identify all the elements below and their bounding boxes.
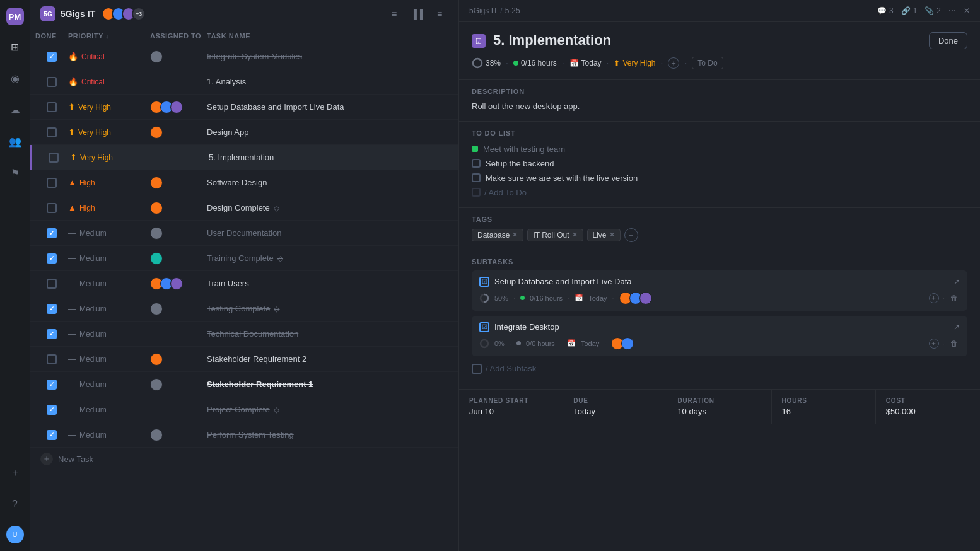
done-checkbox[interactable] xyxy=(47,77,57,87)
view-columns-icon[interactable]: ▐▐ xyxy=(408,5,426,23)
subtask-checkbox[interactable]: ☑ xyxy=(479,277,489,287)
status-badge[interactable]: To Do xyxy=(692,57,723,69)
done-button[interactable]: Done xyxy=(929,32,967,49)
done-cell[interactable] xyxy=(35,228,68,238)
add-subtask-button[interactable]: / Add Subtask xyxy=(472,361,967,376)
nav-help-icon[interactable]: ? xyxy=(5,494,25,514)
view-list-icon[interactable]: ≡ xyxy=(385,5,403,23)
done-cell[interactable] xyxy=(35,102,68,112)
done-checkbox[interactable] xyxy=(47,127,57,137)
view-grid-icon[interactable]: ≡ xyxy=(431,5,448,23)
avatar[interactable]: U xyxy=(6,526,24,543)
subtask-delete-button[interactable]: 🗑 xyxy=(948,293,960,304)
close-panel-button[interactable]: ✕ xyxy=(964,6,970,15)
tag-database[interactable]: Database ✕ xyxy=(472,229,523,241)
subtask-link-icon[interactable]: ↗ xyxy=(954,277,960,286)
table-row[interactable]: ⬆ Very High 5. Implementation xyxy=(30,145,458,170)
nav-pulse-icon[interactable]: ◉ xyxy=(5,68,25,88)
table-row[interactable]: 🔥 Critical Integrate System Modules xyxy=(30,44,458,69)
nav-home-icon[interactable]: ⊞ xyxy=(5,37,25,57)
priority-label: Medium xyxy=(79,405,107,414)
attachments-button[interactable]: 📎 2 xyxy=(925,6,941,15)
done-checkbox[interactable] xyxy=(47,279,57,289)
done-checkbox[interactable] xyxy=(47,228,57,238)
table-row[interactable]: — Medium Technical Documentation xyxy=(30,322,458,347)
done-cell[interactable] xyxy=(37,153,70,163)
tag-remove-icon[interactable]: ✕ xyxy=(572,231,578,239)
done-cell[interactable] xyxy=(35,405,68,415)
todo-checkbox[interactable] xyxy=(472,173,481,182)
done-checkbox[interactable] xyxy=(47,253,57,264)
done-cell[interactable] xyxy=(35,127,68,137)
done-checkbox[interactable] xyxy=(47,430,57,440)
progress-item[interactable]: 38% xyxy=(472,57,501,69)
done-cell[interactable] xyxy=(35,329,68,339)
table-row[interactable]: — Medium User Documentation xyxy=(30,221,458,246)
priority-item[interactable]: ⬆ Very High xyxy=(614,59,655,67)
done-cell[interactable] xyxy=(35,354,68,364)
table-row[interactable]: — Medium Stakeholder Requirement 2 xyxy=(30,347,458,372)
done-cell[interactable] xyxy=(35,253,68,264)
table-row[interactable]: ▲ High Software Design xyxy=(30,170,458,195)
done-cell[interactable] xyxy=(35,279,68,289)
done-cell[interactable] xyxy=(35,77,68,87)
done-cell[interactable] xyxy=(35,430,68,440)
done-checkbox[interactable] xyxy=(47,203,57,213)
table-row[interactable]: 🔥 Critical 1. Analysis xyxy=(30,69,458,95)
tag-it-roll-out[interactable]: IT Roll Out ✕ xyxy=(527,229,583,241)
task-name: Stakeholder Requirement 1 xyxy=(207,380,453,389)
add-assignee-button[interactable]: ＋ xyxy=(668,57,679,69)
nav-flag-icon[interactable]: ⚑ xyxy=(5,163,25,183)
done-cell[interactable] xyxy=(35,380,68,390)
table-row[interactable]: — Medium Project Complete ◇ xyxy=(30,397,458,422)
subtask-delete-button[interactable]: 🗑 xyxy=(948,338,960,349)
tag-live[interactable]: Live ✕ xyxy=(587,229,621,241)
done-checkbox[interactable] xyxy=(47,380,57,390)
subtask-add-button[interactable]: ＋ xyxy=(929,339,939,349)
done-checkbox[interactable] xyxy=(47,354,57,364)
add-task-icon[interactable]: ＋ xyxy=(40,453,53,465)
done-cell[interactable] xyxy=(35,304,68,314)
subtask-add-button[interactable]: ＋ xyxy=(929,293,939,303)
done-checkbox[interactable] xyxy=(47,52,57,62)
add-tag-button[interactable]: ＋ xyxy=(624,228,638,242)
priority-label: Very High xyxy=(80,153,113,162)
done-checkbox[interactable] xyxy=(47,405,57,415)
table-row[interactable]: ⬆ Very High Design App xyxy=(30,120,458,145)
more-options-button[interactable]: ⋯ xyxy=(948,6,956,15)
table-row[interactable]: ▲ High Design Complete ◇ xyxy=(30,195,458,221)
new-task-row[interactable]: ＋ New Task xyxy=(30,448,458,470)
nav-team-icon[interactable]: 👥 xyxy=(5,131,25,151)
table-row[interactable]: — Medium Testing Complete ◇ xyxy=(30,296,458,322)
todo-checkbox[interactable] xyxy=(472,159,481,168)
links-button[interactable]: 🔗 1 xyxy=(901,6,918,15)
nav-add-icon[interactable]: ＋ xyxy=(5,463,25,483)
breadcrumb-project[interactable]: 5Gigs IT xyxy=(469,6,498,15)
tag-remove-icon[interactable]: ✕ xyxy=(609,231,615,239)
table-row[interactable]: — Medium Train Users xyxy=(30,271,458,296)
table-row[interactable]: — Medium Training Complete ◇ xyxy=(30,246,458,271)
date-item[interactable]: 📅 Today xyxy=(569,59,602,67)
done-cell[interactable] xyxy=(35,178,68,188)
table-row[interactable]: — Medium Perform System Testing xyxy=(30,422,458,448)
hours-item[interactable]: 0/16 hours xyxy=(513,59,557,67)
done-cell[interactable] xyxy=(35,52,68,62)
subtask-checkbox[interactable]: ☑ xyxy=(479,322,489,332)
done-checkbox[interactable] xyxy=(47,178,57,188)
subtask-link-icon[interactable]: ↗ xyxy=(954,323,960,332)
comments-button[interactable]: 💬 3 xyxy=(877,6,894,15)
priority-cell: ⬆ Very High xyxy=(70,153,152,162)
breadcrumb: 5Gigs IT / 5-25 xyxy=(469,6,520,15)
table-row[interactable]: ⬆ Very High Setup Database and Import Li… xyxy=(30,95,458,120)
app-logo[interactable]: PM xyxy=(6,8,24,25)
nav-cloud-icon[interactable]: ☁ xyxy=(5,100,25,120)
done-cell[interactable] xyxy=(35,203,68,213)
done-checkbox[interactable] xyxy=(47,329,57,339)
add-todo-button[interactable]: / Add To Do xyxy=(472,185,967,200)
breadcrumb-sprint[interactable]: 5-25 xyxy=(505,6,520,15)
done-checkbox[interactable] xyxy=(49,153,59,163)
tag-remove-icon[interactable]: ✕ xyxy=(512,231,518,239)
table-row[interactable]: — Medium Stakeholder Requirement 1 xyxy=(30,372,458,397)
done-checkbox[interactable] xyxy=(47,102,57,112)
done-checkbox[interactable] xyxy=(47,304,57,314)
